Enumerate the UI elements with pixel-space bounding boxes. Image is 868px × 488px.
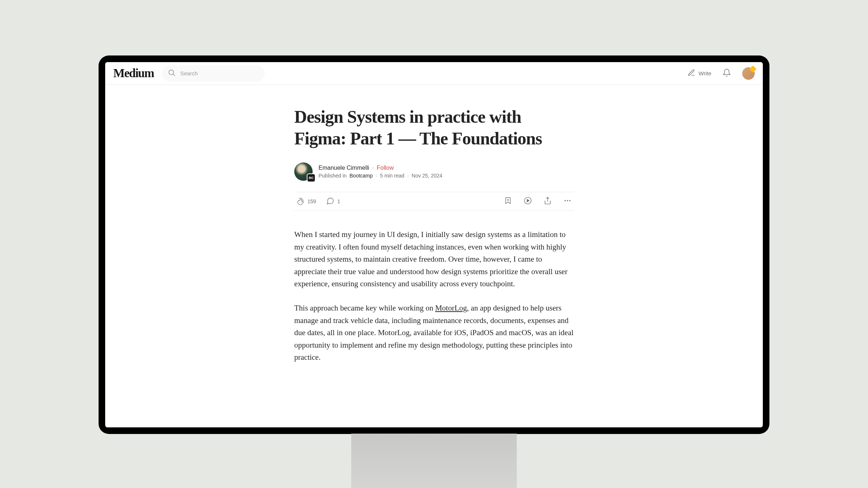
more-button[interactable] (563, 197, 572, 206)
clap-button[interactable]: 159 (296, 197, 316, 206)
meta-text: Emanuele Cimmelli · Follow Published in … (319, 165, 442, 179)
site-header: Medium Write (105, 62, 763, 85)
article-container: Design Systems in practice with Figma: P… (294, 85, 574, 364)
comment-button[interactable]: 1 (326, 197, 340, 206)
svg-point-6 (567, 200, 568, 201)
svg-point-5 (565, 200, 566, 201)
paragraph: This approach became key while working o… (294, 302, 574, 364)
separator: · (407, 173, 409, 179)
search-input[interactable] (180, 70, 259, 76)
monitor-stand (351, 434, 517, 488)
svg-line-1 (173, 74, 175, 76)
publication-line: Published in Bootcamp · 5 min read · Nov… (319, 173, 442, 179)
comment-count: 1 (337, 198, 340, 204)
user-avatar[interactable] (742, 67, 755, 80)
bookmark-icon (504, 200, 512, 206)
publication-name[interactable]: Bootcamp (349, 173, 373, 179)
header-actions: Write (687, 67, 755, 80)
author-line: Emanuele Cimmelli · Follow (319, 165, 442, 171)
svg-point-0 (169, 70, 174, 75)
publication-badge: BC (307, 173, 316, 182)
author-avatar[interactable]: BC (294, 162, 313, 181)
write-icon (687, 69, 696, 78)
article-body: When I started my journey in UI design, … (294, 229, 574, 364)
paragraph: When I started my journey in UI design, … (294, 229, 574, 290)
svg-marker-3 (527, 199, 529, 202)
article-meta: BC Emanuele Cimmelli · Follow Published … (294, 162, 574, 181)
published-in-prefix: Published in (319, 173, 346, 179)
read-time: 5 min read (380, 173, 404, 179)
search-icon (168, 69, 180, 78)
write-button[interactable]: Write (687, 69, 711, 78)
more-icon (563, 200, 572, 206)
write-label: Write (698, 70, 711, 76)
author-name[interactable]: Emanuele Cimmelli (319, 165, 369, 171)
comment-icon (326, 197, 334, 206)
share-button[interactable] (544, 197, 552, 206)
clap-icon (296, 197, 305, 206)
notifications-button[interactable] (722, 68, 731, 79)
action-bar-left: 159 1 (296, 197, 340, 206)
publish-date: Nov 25, 2024 (412, 173, 442, 179)
paragraph-text: This approach became key while working o… (294, 304, 435, 312)
monitor-frame: Medium Write (99, 55, 769, 434)
svg-point-7 (569, 200, 570, 201)
action-bar-right (504, 197, 572, 206)
bell-icon (722, 72, 731, 78)
medium-logo[interactable]: Medium (113, 67, 154, 80)
listen-button[interactable] (524, 197, 532, 206)
separator: · (372, 165, 374, 171)
article-title: Design Systems in practice with Figma: P… (294, 106, 574, 149)
search-container[interactable] (162, 65, 265, 82)
share-icon (544, 200, 552, 206)
screen: Medium Write (105, 62, 763, 427)
clap-count: 159 (307, 198, 316, 204)
play-icon (524, 200, 532, 206)
action-bar: 159 1 (294, 192, 574, 211)
motorlog-link[interactable]: MotorLog (435, 304, 467, 312)
bookmark-button[interactable] (504, 197, 512, 206)
separator: · (376, 173, 377, 179)
follow-button[interactable]: Follow (377, 165, 394, 171)
